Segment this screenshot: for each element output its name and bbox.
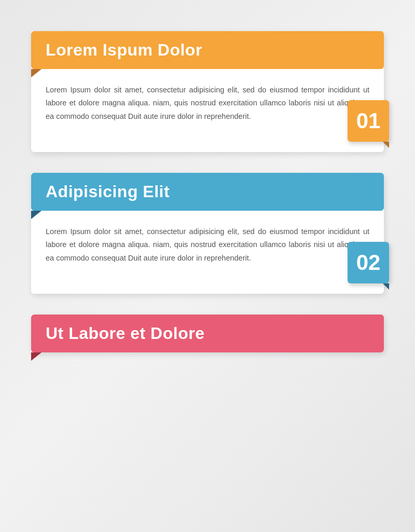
card-2-badge: 02 [348, 242, 389, 283]
card-2: Adipisicing Elit Lorem Ipsum dolor sit a… [31, 173, 384, 294]
card-1: Lorem Ispum Dolor Lorem Ipsum dolor sit … [31, 31, 384, 152]
card-3-wrapper: Ut Labore et Dolore [31, 315, 384, 352]
page-container: Lorem Ispum Dolor Lorem Ipsum dolor sit … [0, 0, 415, 532]
card-2-number: 02 [356, 250, 381, 275]
card-3-header: Ut Labore et Dolore [31, 315, 384, 352]
card-3: Ut Labore et Dolore [31, 315, 384, 352]
card-2-header: Adipisicing Elit [31, 173, 384, 211]
card-1-title: Lorem Ispum Dolor [46, 40, 369, 60]
card-2-body: Lorem Ipsum dolor sit amet, consectetur … [31, 211, 384, 294]
card-1-header: Lorem Ispum Dolor [31, 31, 384, 69]
card-1-body: Lorem Ipsum dolor sit amet, consectetur … [31, 69, 384, 152]
card-1-wrapper: Lorem Ispum Dolor Lorem Ipsum dolor sit … [31, 31, 384, 152]
card-1-badge: 01 [348, 100, 389, 142]
card-3-header-fold [31, 352, 42, 361]
card-1-number: 01 [356, 108, 381, 133]
card-2-text: Lorem Ipsum dolor sit amet, consectetur … [46, 225, 369, 265]
card-2-wrapper: Adipisicing Elit Lorem Ipsum dolor sit a… [31, 173, 384, 294]
card-1-badge-fold [383, 142, 389, 148]
card-2-badge-fold [383, 283, 389, 290]
card-2-title: Adipisicing Elit [46, 182, 369, 201]
card-3-title: Ut Labore et Dolore [46, 324, 369, 343]
card-1-text: Lorem Ipsum dolor sit amet, consectetur … [46, 84, 369, 123]
